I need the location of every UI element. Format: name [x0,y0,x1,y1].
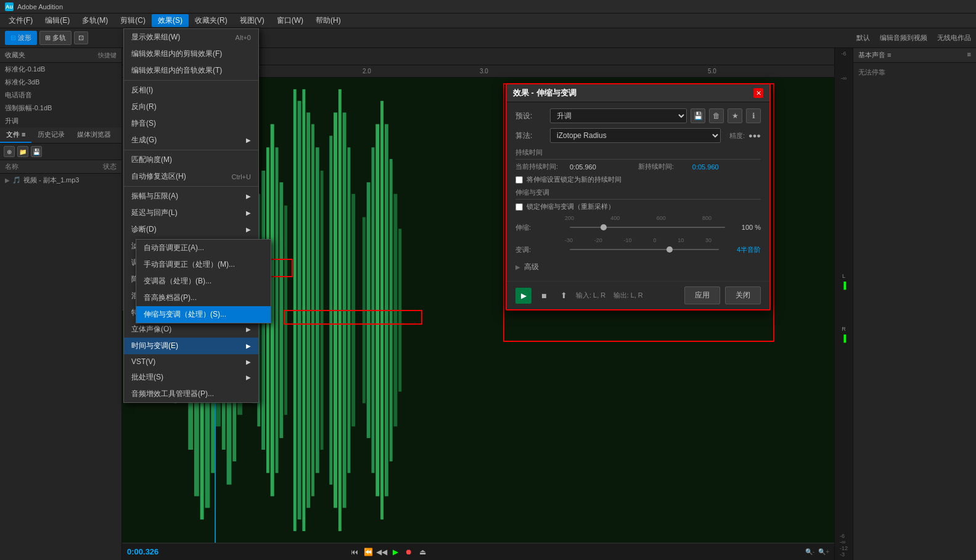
tab-history[interactable]: 历史记录 [31,128,71,143]
statusbar: 0:00.326 ⏮ ⏪ ◀◀ ▶ ⏺ ⏏ 🔍- 🔍+ [122,543,834,560]
preset-select[interactable]: 升调 [550,108,687,123]
lock-stretch-checkbox[interactable] [515,203,523,211]
file-expand[interactable]: ▶ 🎵 视频 - 副本_1.mp3 [0,174,121,187]
menu-amplitude[interactable]: 振幅与压限(A) ▶ [124,188,258,205]
lock-duration-checkbox[interactable] [515,176,523,184]
star-preset-btn[interactable]: ★ [728,108,742,123]
stretch-thumb[interactable] [601,224,607,230]
submenu-stretch[interactable]: 伸缩与变调（处理）(S)... [136,306,271,323]
app-title: Adobe Audition [17,3,63,10]
toolbar-extra[interactable]: ⊡ [74,31,88,44]
menu-edit-track-effects[interactable]: 编辑效果组内的音轨效果(T) [124,62,258,79]
submenu-auto-pitch[interactable]: 自动音调更正(A)... [136,240,271,256]
menu-favorites[interactable]: 收藏夹(R) [189,14,234,27]
svg-rect-30 [302,89,305,531]
tab-files[interactable]: 文件 ≡ [0,128,31,143]
dialog-close-btn[interactable]: ✕ [753,88,763,98]
transport-back[interactable]: ◀◀ [375,547,388,557]
menu-window[interactable]: 窗口(W) [271,14,310,27]
transpose-slider[interactable] [570,243,719,256]
right-panel-menu[interactable]: ≡ [967,51,971,60]
new-duration-label: 新持续时间: [638,162,687,171]
submenu-manual-pitch[interactable]: 手动音调更正（处理）(M)... [136,256,271,273]
sep-3 [124,186,258,187]
transport-eject[interactable]: ⏏ [416,547,429,557]
fav-item-1[interactable]: 标准化-0.1dB [0,63,121,76]
menu-clip[interactable]: 剪辑(C) [114,14,152,27]
menu-autorepair[interactable]: 自动修复选区(H) Ctrl+U [124,168,258,185]
advanced-header[interactable]: ▶ 高级 [515,259,761,275]
menu-reverse[interactable]: 反向(R) [124,99,258,115]
submenu-pitch-shifter[interactable]: 音高换档器(P)... [136,290,271,306]
toolbar-waveform[interactable]: ⊟ 波形 [5,31,37,45]
dialog-export-btn[interactable]: ⬆ [556,288,571,303]
transport-rewind[interactable]: ⏪ [362,547,374,557]
right-panel-title: 基本声音 ≡ [858,51,891,60]
menu-plugins[interactable]: 音频增效工具管理器(P)... [124,386,258,402]
menu-edit[interactable]: 编辑(E) [39,14,76,27]
stretch-slider[interactable] [570,221,725,233]
menu-generate[interactable]: 生成(G) ▶ [124,132,258,148]
svg-rect-29 [298,101,301,520]
fav-item-4[interactable]: 强制振幅-0.1dB [0,102,121,115]
current-duration-label: 当前持续时间: [515,162,565,171]
new-file-btn[interactable]: ⊕ [4,146,15,157]
precision-label: 精度: [729,131,745,140]
save-file-btn[interactable]: 💾 [31,146,42,157]
panel-tabs: 文件 ≡ 历史记录 媒体浏览器 [0,128,121,144]
duration-section: 持续时间 [515,148,761,160]
folder-btn[interactable]: 📁 [17,146,28,157]
tab-media[interactable]: 媒体浏览器 [71,128,117,143]
fav-item-3[interactable]: 电话语音 [0,89,121,102]
menu-time-pitch[interactable]: 时间与变调(E) ▶ [124,338,258,354]
titlebar: Au Adobe Audition [0,0,976,14]
menu-batch[interactable]: 批处理(S) ▶ [124,369,258,386]
transport-record[interactable]: ⏺ [403,547,415,557]
algorithm-select[interactable]: iZotope Radius [550,128,721,143]
precision-value: ●●● [748,132,761,139]
fav-item-2[interactable]: 标准化-3dB [0,76,121,89]
info-btn[interactable]: ℹ [746,108,761,123]
fav-item-5[interactable]: 升调 [0,115,121,128]
menu-delay[interactable]: 延迟与回声(L) ▶ [124,205,258,221]
menu-silence[interactable]: 静音(S) [124,115,258,132]
dialog-body: 预设: 升调 💾 🗑 ★ ℹ 算法: iZotope Radius 精度: ●●… [507,102,769,281]
menu-edit-clip-effects[interactable]: 编辑效果组内的剪辑效果(F) [124,46,258,62]
transport-begin[interactable]: ⏮ [348,547,361,557]
svg-rect-26 [279,182,283,438]
save-preset-btn[interactable]: 💾 [691,108,705,123]
lock-duration-label[interactable]: 将伸缩设置锁定为新的持续时间 [515,175,621,184]
menu-multitrack[interactable]: 多轨(M) [76,14,114,27]
menu-match[interactable]: 匹配响度(M) [124,152,258,168]
svg-rect-38 [343,113,347,508]
sep-1 [124,80,258,81]
svg-rect-46 [385,124,388,497]
meter-panel: -6 -∞ L ▐ R ▐ -6 -∞ -12 -3 [834,48,853,560]
delete-preset-btn[interactable]: 🗑 [709,108,724,123]
lock-stretch-label[interactable]: 锁定伸缩与变调（重新采样） [515,202,615,211]
effects-dialog: 效果 - 伸缩与变调 ✕ 预设: 升调 💾 🗑 ★ ℹ 算法: iZotope … [506,83,771,310]
dialog-play-btn[interactable]: ▶ [515,288,531,304]
menu-view[interactable]: 视图(V) [234,14,271,27]
algorithm-label: 算法: [515,131,546,141]
menu-stereo[interactable]: 立体声像(O) ▶ [124,321,258,338]
menu-file[interactable]: 文件(F) [2,14,39,27]
dialog-apply-btn[interactable]: 应用 [684,286,720,304]
default-label: 默认 [856,33,870,43]
svg-rect-45 [380,101,383,520]
menu-help[interactable]: 帮助(H) [310,14,347,27]
dialog-titlebar: 效果 - 伸缩与变调 ✕ [507,84,769,102]
menu-vst[interactable]: VST(V) ▶ [124,354,258,369]
menu-diagnostics[interactable]: 诊断(D) ▶ [124,221,258,238]
dialog-close-bottom-btn[interactable]: 关闭 [725,286,761,304]
toolbar-multitrack[interactable]: ⊞ 多轨 [39,31,72,45]
menu-effects[interactable]: 效果(S) [152,14,189,27]
menubar: 文件(F) 编辑(E) 多轨(M) 剪辑(C) 效果(S) 收藏夹(R) 视图(… [0,14,976,28]
menu-invert[interactable]: 反相(I) [124,82,258,99]
dialog-stop-btn[interactable]: ⏹ [536,288,551,303]
transpose-thumb[interactable] [666,246,673,253]
submenu-pitch-bender[interactable]: 变调器（处理）(B)... [136,273,271,290]
transport-play[interactable]: ▶ [389,547,401,557]
right-panel-header: 基本声音 ≡ ≡ [853,48,976,63]
menu-show-effects[interactable]: 显示效果组(W) Alt+0 [124,29,258,46]
